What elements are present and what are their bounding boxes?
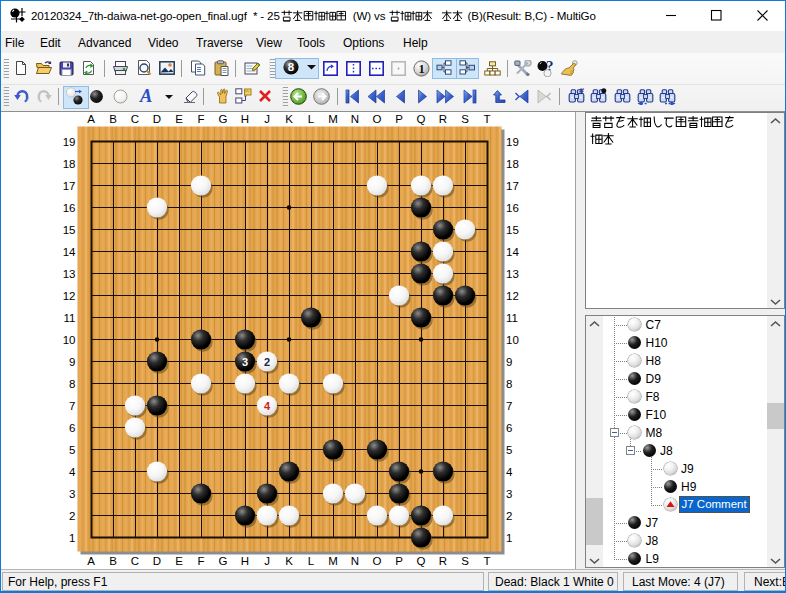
svg-text:Q: Q [417, 113, 426, 125]
svg-text:10: 10 [63, 334, 76, 346]
svg-text:8: 8 [506, 378, 512, 390]
svg-text:18: 18 [506, 158, 519, 170]
svg-text:7: 7 [506, 400, 512, 412]
svg-text:14: 14 [506, 246, 519, 258]
svg-text:15: 15 [63, 224, 76, 236]
svg-text:19: 19 [63, 136, 76, 148]
svg-text:3: 3 [242, 356, 248, 368]
svg-text:C: C [131, 113, 139, 125]
svg-text:11: 11 [64, 312, 76, 324]
svg-text:17: 17 [506, 180, 519, 192]
svg-text:#: # [579, 88, 584, 96]
svg-text:O: O [373, 113, 382, 125]
svg-text:2: 2 [264, 356, 270, 368]
svg-text:3: 3 [506, 488, 512, 500]
svg-text:K: K [285, 555, 293, 567]
svg-text:11: 11 [506, 312, 518, 324]
svg-text:4: 4 [506, 466, 513, 478]
svg-text:M: M [328, 113, 338, 125]
svg-text:12: 12 [506, 290, 519, 302]
svg-text:D: D [153, 113, 161, 125]
svg-text:A: A [87, 555, 95, 567]
svg-text:Q: Q [417, 555, 426, 567]
svg-text:13: 13 [63, 268, 76, 280]
svg-text:2: 2 [506, 510, 512, 522]
svg-text:B: B [109, 555, 117, 567]
svg-text:C: C [131, 555, 139, 567]
svg-text:18: 18 [63, 158, 76, 170]
svg-text:S: S [461, 555, 469, 567]
svg-text:D: D [153, 555, 161, 567]
svg-text:G: G [219, 113, 228, 125]
svg-text:F: F [197, 113, 204, 125]
svg-text:H: H [241, 113, 249, 125]
svg-text:4: 4 [69, 466, 76, 478]
svg-text:T: T [483, 555, 490, 567]
svg-text:F: F [197, 555, 204, 567]
svg-text:S: S [461, 113, 469, 125]
svg-text:E: E [175, 555, 183, 567]
svg-text:10: 10 [506, 334, 519, 346]
svg-text:5: 5 [506, 444, 512, 456]
svg-text:O: O [373, 555, 382, 567]
svg-text:8: 8 [287, 61, 294, 73]
svg-text:N: N [351, 113, 359, 125]
svg-text:T: T [483, 113, 490, 125]
svg-text:19: 19 [506, 136, 519, 148]
svg-text:7: 7 [69, 400, 75, 412]
svg-text:N: N [351, 555, 359, 567]
svg-text:3: 3 [69, 488, 75, 500]
svg-text:13: 13 [506, 268, 519, 280]
svg-text:12: 12 [63, 290, 76, 302]
svg-text:L: L [308, 555, 315, 567]
svg-text:J: J [264, 555, 270, 567]
svg-text:H: H [241, 555, 249, 567]
svg-text:9: 9 [69, 356, 75, 368]
svg-text:6: 6 [506, 422, 512, 434]
svg-text:A: A [87, 113, 95, 125]
svg-text:E: E [175, 113, 183, 125]
svg-text:8: 8 [69, 378, 75, 390]
svg-text:P: P [395, 113, 403, 125]
svg-text:16: 16 [506, 202, 519, 214]
svg-text:1: 1 [69, 532, 75, 544]
svg-text:G: G [219, 555, 228, 567]
svg-text:4: 4 [264, 400, 271, 412]
svg-text:M: M [328, 555, 338, 567]
svg-text:2: 2 [69, 510, 75, 522]
svg-text:16: 16 [63, 202, 76, 214]
svg-text:17: 17 [63, 180, 76, 192]
svg-text:9: 9 [506, 356, 512, 368]
svg-text:R: R [439, 113, 447, 125]
svg-text:6: 6 [69, 422, 75, 434]
svg-text:1: 1 [506, 532, 512, 544]
svg-text:B: B [109, 113, 117, 125]
svg-text:K: K [285, 113, 293, 125]
svg-text:J: J [264, 113, 270, 125]
svg-text:1: 1 [418, 62, 424, 76]
svg-text:R: R [439, 555, 447, 567]
svg-text:L: L [308, 113, 315, 125]
svg-text:15: 15 [506, 224, 519, 236]
svg-text:P: P [395, 555, 403, 567]
svg-text:5: 5 [69, 444, 75, 456]
svg-text:14: 14 [63, 246, 76, 258]
